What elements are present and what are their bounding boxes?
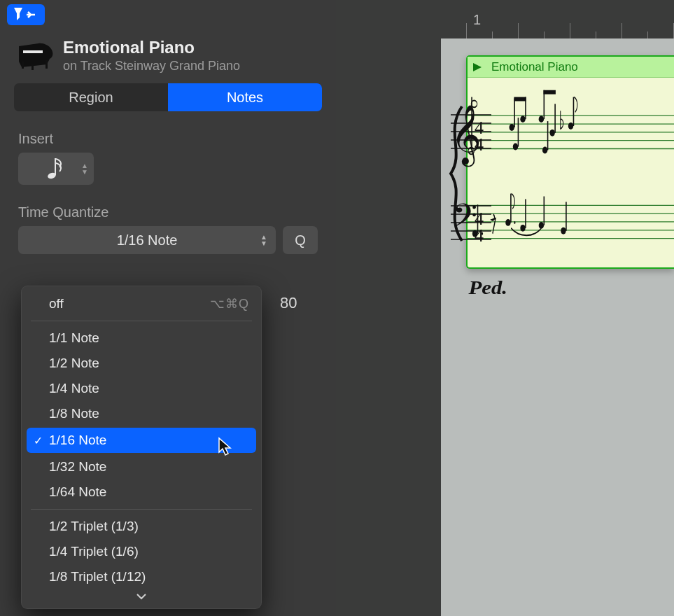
svg-point-21: [510, 124, 514, 131]
menu-separator: [31, 321, 252, 321]
svg-rect-1: [23, 50, 43, 53]
inspector-panel: Emotional Piano on Track Steinway Grand …: [0, 0, 336, 616]
menu-item[interactable]: 1/8 Note: [21, 401, 262, 426]
sixteenth-note-icon: [47, 157, 65, 181]
svg-rect-3: [45, 60, 48, 69]
menu-item[interactable]: 1/4 Triplet (1/6): [21, 539, 262, 564]
time-quantize-menu[interactable]: off ⌥⌘Q 1/1 Note1/2 Note1/4 Note1/8 Note…: [21, 286, 262, 609]
tab-notes[interactable]: Notes: [168, 83, 322, 111]
menu-item[interactable]: 1/2 Note: [21, 351, 262, 376]
filter-button[interactable]: [7, 4, 45, 25]
svg-point-35: [568, 122, 573, 130]
region-play-icon: [472, 62, 486, 73]
svg-point-23: [520, 115, 525, 122]
ruler-gutter: [336, 0, 456, 38]
region-title-bar[interactable]: Emotional Piano: [468, 57, 674, 78]
svg-rect-6: [55, 158, 56, 175]
region-title: Emotional Piano: [491, 60, 578, 74]
svg-point-26: [513, 144, 518, 150]
insert-label: Insert: [18, 131, 336, 147]
ruler[interactable]: 1: [336, 0, 674, 38]
menu-item[interactable]: 1/16 Note: [27, 428, 256, 453]
menu-item[interactable]: 1/64 Note: [21, 479, 262, 505]
svg-point-43: [520, 225, 525, 232]
tq-stepper[interactable]: ▲▼: [260, 234, 267, 246]
svg-marker-7: [473, 63, 482, 71]
svg-rect-4: [31, 64, 34, 70]
menu-item-off-shortcut: ⌥⌘Q: [210, 296, 249, 312]
svg-rect-34: [547, 121, 549, 150]
svg-rect-32: [544, 90, 556, 94]
region-subtitle: on Track Steinway Grand Piano: [63, 59, 240, 74]
svg-rect-31: [554, 104, 556, 132]
svg-rect-41: [510, 194, 512, 223]
time-quantize-label: Time Quantize: [18, 204, 336, 220]
svg-rect-25: [514, 97, 526, 102]
menu-separator: [31, 509, 252, 510]
svg-rect-44: [525, 199, 526, 227]
svg-point-30: [549, 130, 554, 136]
tab-region[interactable]: Region: [14, 83, 168, 111]
menu-item-off[interactable]: off ⌥⌘Q: [21, 291, 262, 316]
insert-stepper[interactable]: ▲▼: [81, 163, 88, 174]
time-quantize-select[interactable]: 1/16 Note ▲▼: [18, 226, 276, 254]
menu-item[interactable]: 1/8 Triplet (1/12): [21, 564, 262, 589]
track-header-gutter: [336, 38, 441, 616]
region-header: Emotional Piano on Track Steinway Grand …: [0, 25, 336, 76]
topbar: [0, 0, 336, 25]
svg-point-33: [542, 147, 547, 154]
piano-icon: [14, 40, 56, 72]
chevron-down-icon: [137, 594, 146, 598]
svg-point-40: [505, 219, 510, 226]
time-quantize-row: 1/16 Note ▲▼ Q: [18, 226, 318, 254]
inspector-tabs: Region Notes: [14, 83, 322, 111]
svg-rect-22: [514, 99, 515, 127]
svg-point-45: [539, 222, 544, 229]
score-editor: 1 Emotional Piano: [336, 0, 674, 616]
clefs-overlay: 𝄞 4 4 𝄢 4 4: [442, 88, 491, 262]
title-block: Emotional Piano on Track Steinway Grand …: [63, 38, 240, 74]
ruler-ticks: [456, 19, 674, 38]
quantize-strength-value: 80: [280, 294, 297, 312]
svg-rect-29: [544, 90, 545, 119]
svg-point-28: [539, 115, 544, 122]
insert-note-value[interactable]: ▲▼: [18, 153, 94, 185]
svg-rect-48: [566, 202, 567, 230]
svg-point-42: [514, 221, 515, 224]
svg-text:4: 4: [475, 134, 484, 155]
menu-item[interactable]: 1/2 Triplet (1/3): [21, 514, 262, 539]
svg-rect-46: [544, 196, 545, 225]
svg-text:𝄢: 𝄢: [452, 198, 477, 241]
menu-item[interactable]: 1/4 Note: [21, 376, 262, 401]
time-quantize-current: 1/16 Note: [117, 232, 178, 248]
svg-marker-0: [14, 8, 22, 20]
menu-item[interactable]: 1/32 Note: [21, 454, 262, 479]
svg-point-47: [561, 227, 566, 234]
menu-item[interactable]: 1/1 Note: [21, 326, 262, 351]
quantize-button[interactable]: Q: [283, 226, 318, 254]
svg-rect-27: [518, 118, 519, 146]
menu-item-off-label: off: [49, 296, 64, 311]
svg-text:4: 4: [475, 225, 484, 246]
svg-rect-2: [22, 62, 24, 69]
region-name: Emotional Piano: [63, 38, 240, 57]
svg-rect-36: [573, 97, 575, 126]
filter-icon: [14, 8, 38, 22]
staff-area[interactable]: [468, 78, 674, 267]
midi-region[interactable]: Emotional Piano: [466, 55, 674, 269]
menu-more-indicator[interactable]: [21, 589, 262, 606]
pedal-marking: Ped.: [468, 276, 507, 299]
